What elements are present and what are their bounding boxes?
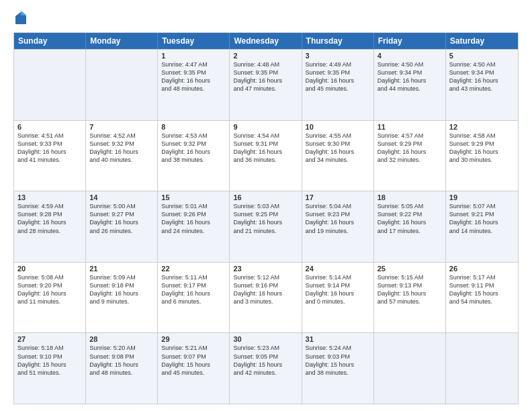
- cell-detail: Sunrise: 4:51 AMSunset: 9:33 PMDaylight:…: [17, 132, 82, 165]
- day-number: 30: [233, 335, 298, 343]
- cell-detail: Sunrise: 5:05 AMSunset: 9:22 PMDaylight:…: [378, 202, 442, 235]
- calendar-cell: 31Sunrise: 5:24 AMSunset: 9:03 PMDayligh…: [302, 333, 374, 404]
- day-number: 3: [306, 52, 370, 60]
- calendar-cell: 12Sunrise: 4:58 AMSunset: 9:29 PMDayligh…: [446, 121, 518, 191]
- day-number: 5: [449, 52, 515, 60]
- day-number: 22: [161, 265, 226, 273]
- day-number: 31: [306, 335, 370, 343]
- cell-detail: Sunrise: 4:53 AMSunset: 9:32 PMDaylight:…: [161, 132, 226, 165]
- day-number: 8: [161, 123, 226, 131]
- day-number: 21: [89, 265, 154, 273]
- calendar-cell: 22Sunrise: 5:11 AMSunset: 9:17 PMDayligh…: [158, 263, 230, 333]
- calendar-header-cell: Tuesday: [158, 33, 230, 49]
- cell-detail: Sunrise: 5:03 AMSunset: 9:25 PMDaylight:…: [233, 202, 298, 235]
- cell-detail: Sunrise: 5:18 AMSunset: 9:10 PMDaylight:…: [17, 344, 82, 377]
- header: [13, 11, 519, 26]
- calendar-row: 1Sunrise: 4:47 AMSunset: 9:35 PMDaylight…: [14, 49, 518, 120]
- calendar-cell: 2Sunrise: 4:48 AMSunset: 9:35 PMDaylight…: [230, 50, 302, 120]
- calendar-cell: 24Sunrise: 5:14 AMSunset: 9:14 PMDayligh…: [302, 263, 374, 333]
- cell-detail: Sunrise: 4:55 AMSunset: 9:30 PMDaylight:…: [306, 132, 370, 165]
- logo: [13, 11, 27, 26]
- cell-detail: Sunrise: 5:24 AMSunset: 9:03 PMDaylight:…: [306, 344, 370, 377]
- cell-detail: Sunrise: 4:50 AMSunset: 9:34 PMDaylight:…: [378, 60, 442, 93]
- day-number: 4: [378, 52, 442, 60]
- cell-detail: Sunrise: 5:08 AMSunset: 9:20 PMDaylight:…: [17, 273, 82, 306]
- calendar-cell: 7Sunrise: 4:52 AMSunset: 9:32 PMDaylight…: [86, 121, 158, 191]
- cell-detail: Sunrise: 4:57 AMSunset: 9:29 PMDaylight:…: [378, 132, 442, 165]
- cell-detail: Sunrise: 5:09 AMSunset: 9:18 PMDaylight:…: [89, 273, 154, 306]
- calendar-header-cell: Saturday: [446, 33, 518, 49]
- calendar-cell: 16Sunrise: 5:03 AMSunset: 9:25 PMDayligh…: [230, 191, 302, 262]
- calendar-header-cell: Friday: [374, 33, 446, 49]
- day-number: 2: [233, 52, 298, 60]
- day-number: 15: [161, 193, 226, 201]
- cell-detail: Sunrise: 5:00 AMSunset: 9:27 PMDaylight:…: [89, 202, 154, 235]
- calendar-cell: 14Sunrise: 5:00 AMSunset: 9:27 PMDayligh…: [86, 191, 158, 262]
- svg-marker-1: [21, 11, 27, 15]
- calendar: SundayMondayTuesdayWednesdayThursdayFrid…: [13, 32, 519, 404]
- page: SundayMondayTuesdayWednesdayThursdayFrid…: [0, 0, 532, 411]
- day-number: 28: [89, 335, 154, 343]
- day-number: 17: [306, 193, 370, 201]
- day-number: 19: [449, 193, 515, 201]
- cell-detail: Sunrise: 5:04 AMSunset: 9:23 PMDaylight:…: [306, 202, 370, 235]
- calendar-cell: 30Sunrise: 5:23 AMSunset: 9:05 PMDayligh…: [230, 333, 302, 404]
- cell-detail: Sunrise: 4:50 AMSunset: 9:34 PMDaylight:…: [449, 60, 515, 93]
- calendar-body: 1Sunrise: 4:47 AMSunset: 9:35 PMDaylight…: [14, 49, 518, 404]
- cell-detail: Sunrise: 5:11 AMSunset: 9:17 PMDaylight:…: [161, 273, 226, 306]
- calendar-cell: 29Sunrise: 5:21 AMSunset: 9:07 PMDayligh…: [158, 333, 230, 404]
- day-number: 7: [89, 123, 154, 131]
- day-number: 1: [161, 52, 226, 60]
- calendar-cell: 28Sunrise: 5:20 AMSunset: 9:08 PMDayligh…: [86, 333, 158, 404]
- calendar-cell: 26Sunrise: 5:17 AMSunset: 9:11 PMDayligh…: [446, 263, 518, 333]
- calendar-cell: [86, 50, 158, 120]
- cell-detail: Sunrise: 5:21 AMSunset: 9:07 PMDaylight:…: [161, 344, 226, 377]
- calendar-cell: 3Sunrise: 4:49 AMSunset: 9:35 PMDaylight…: [302, 50, 374, 120]
- cell-detail: Sunrise: 5:17 AMSunset: 9:11 PMDaylight:…: [449, 273, 515, 306]
- logo-icon: [15, 11, 27, 26]
- day-number: 12: [449, 123, 515, 131]
- cell-detail: Sunrise: 5:07 AMSunset: 9:21 PMDaylight:…: [449, 202, 515, 235]
- cell-detail: Sunrise: 4:54 AMSunset: 9:31 PMDaylight:…: [233, 132, 298, 165]
- calendar-header-cell: Monday: [86, 33, 158, 49]
- calendar-cell: 23Sunrise: 5:12 AMSunset: 9:16 PMDayligh…: [230, 263, 302, 333]
- calendar-cell: 15Sunrise: 5:01 AMSunset: 9:26 PMDayligh…: [158, 191, 230, 262]
- day-number: 9: [233, 123, 298, 131]
- cell-detail: Sunrise: 5:23 AMSunset: 9:05 PMDaylight:…: [233, 344, 298, 377]
- calendar-cell: 18Sunrise: 5:05 AMSunset: 9:22 PMDayligh…: [374, 191, 446, 262]
- calendar-cell: 25Sunrise: 5:15 AMSunset: 9:13 PMDayligh…: [374, 263, 446, 333]
- day-number: 11: [378, 123, 442, 131]
- calendar-cell: [374, 333, 446, 404]
- calendar-cell: 11Sunrise: 4:57 AMSunset: 9:29 PMDayligh…: [374, 121, 446, 191]
- cell-detail: Sunrise: 4:58 AMSunset: 9:29 PMDaylight:…: [449, 132, 515, 165]
- day-number: 25: [378, 265, 442, 273]
- cell-detail: Sunrise: 5:15 AMSunset: 9:13 PMDaylight:…: [378, 273, 442, 306]
- cell-detail: Sunrise: 5:14 AMSunset: 9:14 PMDaylight:…: [306, 273, 370, 306]
- calendar-header-cell: Thursday: [302, 33, 374, 49]
- day-number: 29: [161, 335, 226, 343]
- calendar-cell: [446, 333, 518, 404]
- cell-detail: Sunrise: 5:01 AMSunset: 9:26 PMDaylight:…: [161, 202, 226, 235]
- cell-detail: Sunrise: 5:20 AMSunset: 9:08 PMDaylight:…: [89, 344, 154, 377]
- calendar-row: 27Sunrise: 5:18 AMSunset: 9:10 PMDayligh…: [14, 332, 518, 404]
- calendar-cell: 17Sunrise: 5:04 AMSunset: 9:23 PMDayligh…: [302, 191, 374, 262]
- cell-detail: Sunrise: 4:52 AMSunset: 9:32 PMDaylight:…: [89, 132, 154, 165]
- calendar-cell: 8Sunrise: 4:53 AMSunset: 9:32 PMDaylight…: [158, 121, 230, 191]
- calendar-cell: 19Sunrise: 5:07 AMSunset: 9:21 PMDayligh…: [446, 191, 518, 262]
- day-number: 20: [17, 265, 82, 273]
- day-number: 24: [306, 265, 370, 273]
- calendar-cell: [14, 50, 86, 120]
- day-number: 16: [233, 193, 298, 201]
- day-number: 13: [17, 193, 82, 201]
- day-number: 26: [449, 265, 515, 273]
- day-number: 10: [306, 123, 370, 131]
- cell-detail: Sunrise: 4:59 AMSunset: 9:28 PMDaylight:…: [17, 202, 82, 235]
- calendar-cell: 1Sunrise: 4:47 AMSunset: 9:35 PMDaylight…: [158, 50, 230, 120]
- day-number: 23: [233, 265, 298, 273]
- calendar-cell: 21Sunrise: 5:09 AMSunset: 9:18 PMDayligh…: [86, 263, 158, 333]
- calendar-cell: 9Sunrise: 4:54 AMSunset: 9:31 PMDaylight…: [230, 121, 302, 191]
- calendar-header-cell: Sunday: [14, 33, 86, 49]
- day-number: 27: [17, 335, 82, 343]
- day-number: 14: [89, 193, 154, 201]
- calendar-cell: 5Sunrise: 4:50 AMSunset: 9:34 PMDaylight…: [446, 50, 518, 120]
